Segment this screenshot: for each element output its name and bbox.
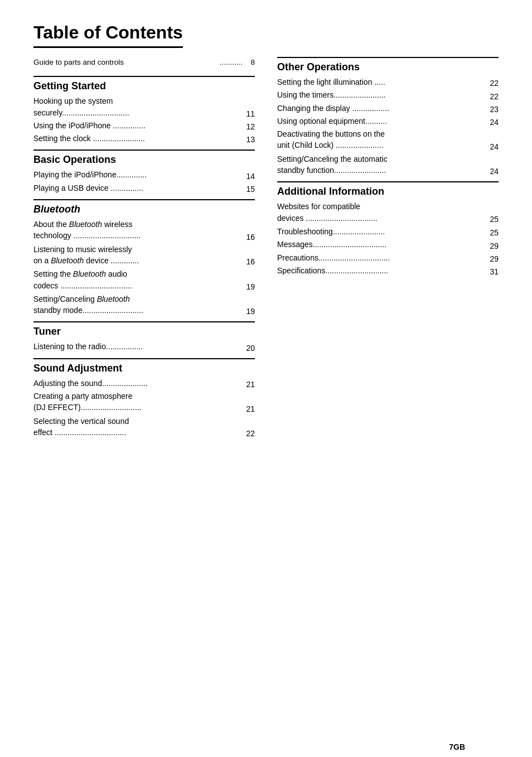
page-usb: 15 [244,185,255,194]
entry-text-clock: Setting the clock ......................… [33,133,244,144]
page-footer: 7GB [449,742,465,751]
entry-party: Creating a party atmosphere(DJ EFFECT)..… [33,390,255,413]
page-playing-ipod: 14 [244,172,255,181]
page-codecs: 19 [244,282,255,291]
entry-bt-standby: Setting/Canceling Bluetoothstandby mode.… [33,293,255,316]
dots-adjusting: ..................... [102,379,148,388]
dots-hooking: ............................... [62,108,129,117]
section-title-additional: Additional Information [277,186,499,197]
content-area: Guide to parts and controls ........... … [33,57,499,443]
entry-about-bluetooth: About the Bluetooth wirelesstechnology .… [33,219,255,242]
entry-text-playing-ipod: Playing the iPod/iPhone.............. [33,169,244,180]
entry-websites: Websites for compatibledevices .........… [277,201,499,224]
section-title-basic-ops: Basic Operations [33,154,255,166]
dots-messages: .................................. [313,240,386,249]
dots-bt-standby: ............................ [83,306,143,315]
entry-radio: Listening to the radio................. … [33,341,255,352]
section-header-basic-ops: Basic Operations [33,150,255,166]
dots-light: ..... [374,78,385,86]
intro-dots: ........... [219,57,244,68]
section-header-getting-started: Getting Started [33,76,255,92]
dots-optional: .......... [365,117,387,126]
page-hooking-up: 11 [244,109,255,118]
entry-text-timers: Using the timers........................ [277,89,487,100]
entry-text-codecs: Setting the Bluetooth audiocodecs ......… [33,268,244,291]
section-title-tuner: Tuner [33,326,255,337]
section-header-tuner: Tuner [33,321,255,337]
section-getting-started: Getting Started Hooking up the systemsec… [33,76,255,144]
entry-text-party: Creating a party atmosphere(DJ EFFECT)..… [33,390,244,413]
entry-text-ipod: Using the iPod/iPhone ............... [33,120,244,131]
intro-entry: Guide to parts and controls ........... … [33,57,255,68]
section-header-sound: Sound Adjustment [33,358,255,374]
page-adjusting: 21 [244,380,255,389]
entry-messages: Messages................................… [277,239,499,250]
dots-listening: ............. [111,256,139,265]
page-troubleshooting: 25 [487,228,499,237]
section-other-ops: Other Operations Setting the light illum… [277,57,499,176]
entry-vertical-sound: Selecting the vertical soundeffect .....… [33,416,255,438]
entry-text-websites: Websites for compatibledevices .........… [277,201,487,224]
entry-adjusting-sound: Adjusting the sound.....................… [33,378,255,389]
page-messages: 29 [487,242,499,250]
page-child-lock: 24 [487,142,499,151]
entry-ipod-iphone: Using the iPod/iPhone ............... 12 [33,120,255,131]
entry-listening-wireless: Listening to music wirelesslyon a Blueto… [33,244,255,267]
page-title: Table of Contents [33,22,183,48]
entry-text-bt-standby: Setting/Canceling Bluetoothstandby mode.… [33,293,244,316]
page-about-bt: 16 [244,233,255,242]
entry-troubleshooting: Troubleshooting........................ … [277,226,499,237]
page-optional: 24 [487,118,499,127]
left-column: Guide to parts and controls ........... … [33,57,255,443]
intro-page: 8 [244,57,255,68]
section-title-getting-started: Getting Started [33,80,255,92]
section-additional-info: Additional Information Websites for comp… [277,181,499,276]
entry-precautions: Precautions.............................… [277,252,499,263]
dots-vertical: ................................. [55,428,126,437]
dots-precautions: ................................. [318,253,390,262]
entry-text-auto-standby: Setting/Canceling the automaticstandby f… [277,153,487,176]
dots-radio: ................. [106,342,143,351]
entry-text-display: Changing the display ................. [277,103,487,114]
entry-timers: Using the timers........................… [277,89,499,100]
section-header-additional: Additional Information [277,181,499,197]
section-title-sound: Sound Adjustment [33,363,255,374]
entry-bt-audio-codecs: Setting the Bluetooth audiocodecs ......… [33,268,255,291]
dots-troubleshooting: ........................ [333,227,385,236]
page-websites: 25 [487,215,499,224]
section-header-bluetooth: Bluetooth [33,199,255,215]
right-column: Other Operations Setting the light illum… [277,57,499,443]
page-clock: 13 [244,135,255,144]
dots-about-bt: ............................... [74,231,141,240]
entry-text-specifications: Specifications..........................… [277,265,487,276]
entry-text-troubleshooting: Troubleshooting........................ [277,226,487,237]
section-bluetooth: Bluetooth About the Bluetooth wirelesste… [33,199,255,316]
dots-display: ................. [352,104,389,113]
entry-text-optional: Using optional equipment.......... [277,115,487,127]
entry-usb: Playing a USB device ............... 15 [33,182,255,194]
page-vertical: 22 [244,429,255,438]
section-tuner: Tuner Listening to the radio............… [33,321,255,352]
dots-child-lock: ...................... [336,141,384,150]
entry-clock: Setting the clock ......................… [33,133,255,144]
page-listening: 16 [244,257,255,266]
entry-specifications: Specifications..........................… [277,265,499,276]
dots-clock: ........................ [93,134,145,143]
dots-usb: ............... [111,184,143,192]
section-sound-adjustment: Sound Adjustment Adjusting the sound....… [33,358,255,438]
section-title-other-ops: Other Operations [277,61,499,73]
entry-display: Changing the display ................. 2… [277,103,499,114]
entry-text-messages: Messages................................… [277,239,487,250]
page-light: 22 [487,79,499,88]
page-auto-standby: 24 [487,167,499,176]
entry-playing-ipod: Playing the iPod/iPhone.............. 14 [33,169,255,180]
entry-text-radio: Listening to the radio................. [33,341,244,352]
intro-text: Guide to parts and controls [33,57,219,68]
entry-text-adjusting: Adjusting the sound..................... [33,378,244,389]
entry-auto-standby: Setting/Canceling the automaticstandby f… [277,153,499,176]
entry-text-vertical: Selecting the vertical soundeffect .....… [33,416,244,438]
page-display: 23 [487,105,499,114]
dots-auto-standby: ........................ [334,166,386,175]
entry-child-lock: Deactivating the buttons on theunit (Chi… [277,128,499,151]
page-bt-standby: 19 [244,307,255,316]
